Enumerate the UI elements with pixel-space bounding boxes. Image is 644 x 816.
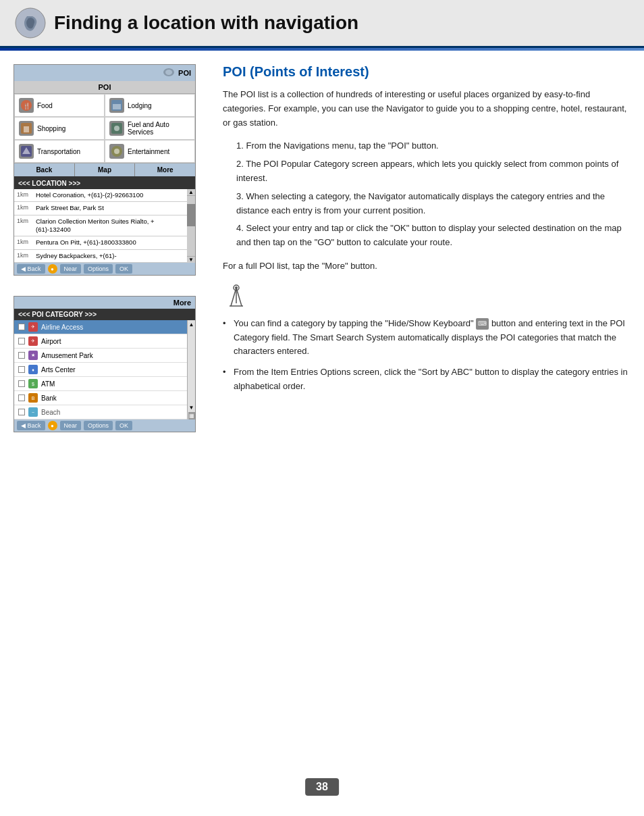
poi-title-label: POI (178, 69, 191, 77)
step-2: 2. The POI Popular Category screen appea… (223, 157, 630, 186)
page-title: Finding a location with navigation (54, 12, 358, 34)
bullet-1: You can find a category by tapping the "… (223, 317, 630, 359)
more-text: For a full POI list, tap the "More" butt… (223, 259, 630, 274)
cat-checkbox[interactable] (18, 366, 25, 373)
nav-back-button[interactable]: ◀ Back (17, 264, 45, 274)
scroll-thumb (187, 204, 195, 226)
cat-scroll-up[interactable]: ▲ (188, 320, 196, 329)
cat-ok-button[interactable]: OK (115, 421, 132, 430)
cat-label: Amusement Park (41, 352, 93, 359)
poi-icon (163, 67, 175, 79)
tip-icon (223, 284, 630, 311)
poi-list-container: 1km Hotel Coronation, +(61)-(2)-92663100… (14, 189, 195, 263)
location-nav-bar: ◀ Back ● Near Options OK (14, 263, 195, 275)
header-decoration-icon (14, 6, 47, 40)
bullet-list: You can find a category by tapping the "… (223, 317, 630, 394)
location-header: <<< LOCATION >>> (14, 178, 195, 189)
steps-list: 1. From the Navigations menu, tap the "P… (223, 139, 630, 250)
fuel-icon (109, 121, 124, 136)
step-1: 1. From the Navigations menu, tap the "P… (223, 139, 630, 153)
poi-bottom-bar: Back Map More (14, 163, 195, 176)
beach-icon: ~ (28, 407, 38, 417)
poi-map-button[interactable]: Map (75, 163, 136, 176)
more-title-bar: More (14, 297, 195, 309)
nav-ok-button[interactable]: OK (115, 264, 132, 274)
page-header: Finding a location with navigation (0, 0, 644, 48)
scroll-up-arrow[interactable]: ▲ (187, 189, 195, 196)
cat-label: Airline Access (41, 324, 83, 331)
list-item[interactable]: 1km Clarion Collection Meriton Suites Ri… (14, 215, 187, 237)
keyboard-icon: ⌨ (476, 318, 489, 329)
cat-checkbox[interactable] (18, 409, 25, 415)
list-item[interactable]: ✈ Airline Access (14, 320, 187, 334)
poi-title-bar: POI (14, 65, 195, 81)
list-item[interactable]: 1km Park Street Bar, Park St (14, 202, 187, 215)
poi-category-entertainment[interactable]: Entertainment (105, 140, 195, 163)
svg-point-10 (114, 126, 119, 131)
arts-icon: ♦ (28, 365, 38, 374)
svg-rect-6 (113, 104, 121, 109)
list-item[interactable]: ★ Amusement Park (14, 349, 187, 363)
page-number: 38 (305, 778, 339, 796)
list-item[interactable]: ~ Beach (14, 405, 187, 419)
right-column: POI (Points of Interest) The POI list is… (223, 64, 630, 432)
cat-near-button[interactable]: Near (60, 421, 82, 430)
poi-category-screen: More <<< POI CATEGORY >>> ✈ Airline Acce… (14, 296, 196, 432)
poi-category-food[interactable]: 🍴 Food (14, 94, 105, 117)
section-intro: The POI list is a collection of hundreds… (223, 88, 630, 130)
cat-nav-circle: ● (48, 421, 57, 430)
list-item[interactable]: $ ATM (14, 377, 187, 391)
poi-category-lodging[interactable]: Lodging (105, 94, 195, 117)
svg-text:🍴: 🍴 (23, 102, 31, 110)
list-item[interactable]: B Bank (14, 391, 187, 405)
shopping-icon (19, 121, 34, 136)
poi-category-shopping[interactable]: Shopping (14, 117, 105, 140)
cat-label: Airport (41, 338, 61, 345)
poi-cat-header: <<< POI CATEGORY >>> (14, 309, 195, 320)
location-list: <<< LOCATION >>> 1km Hotel Coronation, +… (14, 176, 195, 275)
poi-categories-header: POI (14, 81, 195, 94)
cat-checkbox[interactable] (18, 394, 25, 401)
food-icon: 🍴 (19, 98, 34, 113)
cat-scroll-down[interactable]: ▼ (188, 403, 196, 412)
svg-point-2 (165, 70, 172, 75)
cat-nav-bar: ◀ Back ● Near Options OK (14, 419, 195, 432)
cat-checkbox[interactable] (18, 338, 25, 345)
poi-categories-screen: POI POI 🍴 Food Lodging (14, 64, 196, 276)
cat-checkbox[interactable] (18, 352, 25, 359)
svg-point-14 (114, 149, 119, 154)
list-item[interactable]: 1km Hotel Coronation, +(61)-(2)-92663100 (14, 189, 187, 202)
list-item[interactable]: 1km Pentura On Pitt, +(61)-1800333800 (14, 236, 187, 249)
svg-point-20 (235, 286, 238, 289)
cat-checkbox[interactable] (18, 324, 25, 330)
poi-more-button[interactable]: More (135, 163, 195, 176)
cat-label: Arts Center (41, 366, 76, 374)
poi-list-rows: 1km Hotel Coronation, +(61)-(2)-92663100… (14, 189, 187, 263)
section-title: POI (Points of Interest) (223, 64, 630, 80)
poi-category-transportation[interactable]: Transportation (14, 140, 105, 163)
amusement-icon: ★ (28, 351, 38, 360)
nav-circle-icon: ● (48, 264, 57, 274)
cat-options-button[interactable]: Options (84, 421, 113, 430)
step-3: 3. When selecting a category, the Naviga… (223, 190, 630, 218)
list-item[interactable]: ✈ Airport (14, 334, 187, 349)
scroll-down-arrow[interactable]: ▼ (187, 256, 195, 263)
list-item[interactable]: 1km Sydney Backpackers, +(61)- (14, 250, 187, 263)
atm-icon: $ (28, 379, 38, 388)
location-scrollbar[interactable]: ▲ ▼ (187, 189, 195, 263)
list-item[interactable]: ♦ Arts Center (14, 363, 187, 377)
poi-category-fuel[interactable]: Fuel and Auto Services (105, 117, 195, 140)
cat-scrollbar[interactable]: ▲ ▼ ▦ (187, 320, 195, 419)
cat-back-button[interactable]: ◀ Back (17, 421, 45, 430)
cat-list-container: ✈ Airline Access ✈ Airport ★ Amusement P… (14, 320, 195, 419)
poi-back-button[interactable]: Back (14, 163, 75, 176)
cat-list-rows: ✈ Airline Access ✈ Airport ★ Amusement P… (14, 320, 187, 419)
bank-icon: B (28, 393, 38, 403)
nav-options-button[interactable]: Options (84, 264, 113, 274)
more-title-label: More (173, 299, 191, 307)
nav-near-button[interactable]: Near (60, 264, 82, 274)
left-column: POI POI 🍴 Food Lodging (14, 64, 209, 432)
step-4: 4. Select your entry and tap or click th… (223, 222, 630, 250)
airline-icon: ✈ (28, 322, 38, 332)
cat-checkbox[interactable] (18, 380, 25, 387)
